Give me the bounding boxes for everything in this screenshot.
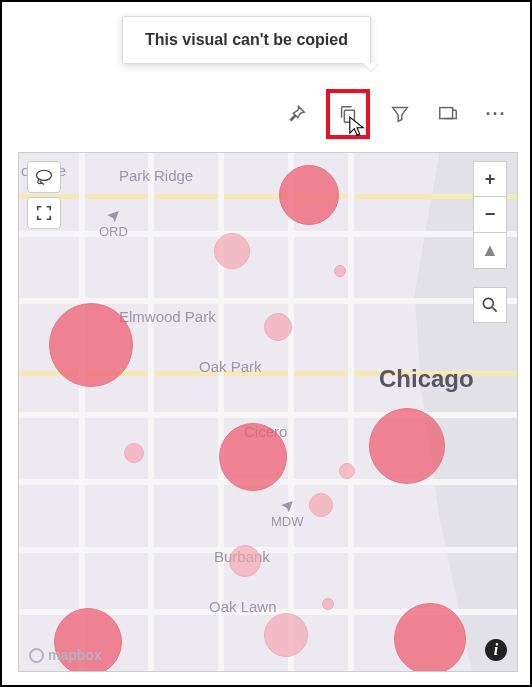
airport-label: MDW: [271, 498, 304, 529]
focus-mode-button[interactable]: [430, 96, 466, 132]
focus-mode-icon: [437, 103, 459, 125]
pin-icon: [285, 103, 307, 125]
map-nav-controls: [27, 161, 61, 229]
data-bubble[interactable]: [214, 233, 250, 269]
filter-button[interactable]: [382, 96, 418, 132]
data-bubble[interactable]: [124, 443, 144, 463]
place-label: Oak Park: [199, 358, 262, 375]
place-label: Park Ridge: [119, 167, 193, 184]
place-label: Elmwood Park: [119, 308, 216, 325]
data-bubble[interactable]: [264, 613, 308, 657]
zoom-in-button[interactable]: +: [473, 161, 507, 197]
reset-bounds-icon: [35, 204, 53, 222]
svg-point-2: [37, 170, 52, 180]
more-options-icon: ···: [485, 104, 506, 125]
data-bubble[interactable]: [369, 408, 445, 484]
airport-label: ORD: [99, 208, 128, 239]
place-label-chicago: Chicago: [379, 365, 474, 393]
info-icon: i: [494, 641, 498, 659]
data-bubble[interactable]: [339, 463, 355, 479]
map-search-button[interactable]: [473, 287, 507, 323]
attribution-text: mapbox: [48, 647, 102, 663]
reset-bounds-button[interactable]: [27, 197, 61, 229]
compass-icon: ▲: [481, 240, 499, 261]
tooltip-text: This visual can't be copied: [145, 31, 348, 48]
data-bubble[interactable]: [219, 423, 287, 491]
lasso-select-button[interactable]: [27, 161, 61, 193]
zoom-out-button[interactable]: −: [473, 197, 507, 233]
map-visual[interactable]: + − ▲ ove ge Park Ridge Elmwood Park Oak…: [18, 152, 518, 672]
search-icon: [480, 295, 500, 315]
svg-rect-0: [344, 110, 354, 122]
filter-icon: [389, 103, 411, 125]
map-attribution: mapbox: [29, 647, 102, 663]
tooltip: This visual can't be copied: [122, 16, 371, 64]
svg-rect-1: [440, 108, 453, 119]
plus-icon: +: [485, 169, 496, 190]
airport-code: MDW: [271, 514, 304, 529]
plane-icon: [105, 208, 121, 222]
data-bubble[interactable]: [279, 165, 339, 225]
copy-visual-button[interactable]: [326, 89, 370, 139]
data-bubble[interactable]: [309, 493, 333, 517]
airport-code: ORD: [99, 224, 128, 239]
compass-button[interactable]: ▲: [473, 233, 507, 269]
map-background: [19, 153, 517, 671]
zoom-controls: + − ▲: [473, 161, 507, 269]
data-bubble[interactable]: [334, 265, 346, 277]
data-bubble[interactable]: [322, 598, 334, 610]
data-bubble[interactable]: [229, 545, 261, 577]
pin-button[interactable]: [278, 96, 314, 132]
minus-icon: −: [485, 204, 496, 225]
plane-icon: [279, 498, 295, 512]
data-bubble[interactable]: [394, 603, 466, 672]
more-options-button[interactable]: ···: [478, 96, 514, 132]
copy-icon: [337, 103, 359, 125]
data-bubble[interactable]: [49, 303, 133, 387]
data-bubble[interactable]: [264, 313, 292, 341]
mapbox-logo-icon: [29, 648, 44, 663]
map-info-button[interactable]: i: [485, 639, 507, 661]
place-label: Oak Lawn: [209, 598, 277, 615]
lasso-icon: [34, 168, 54, 186]
svg-point-3: [483, 298, 493, 308]
visual-toolbar: ···: [278, 92, 514, 136]
